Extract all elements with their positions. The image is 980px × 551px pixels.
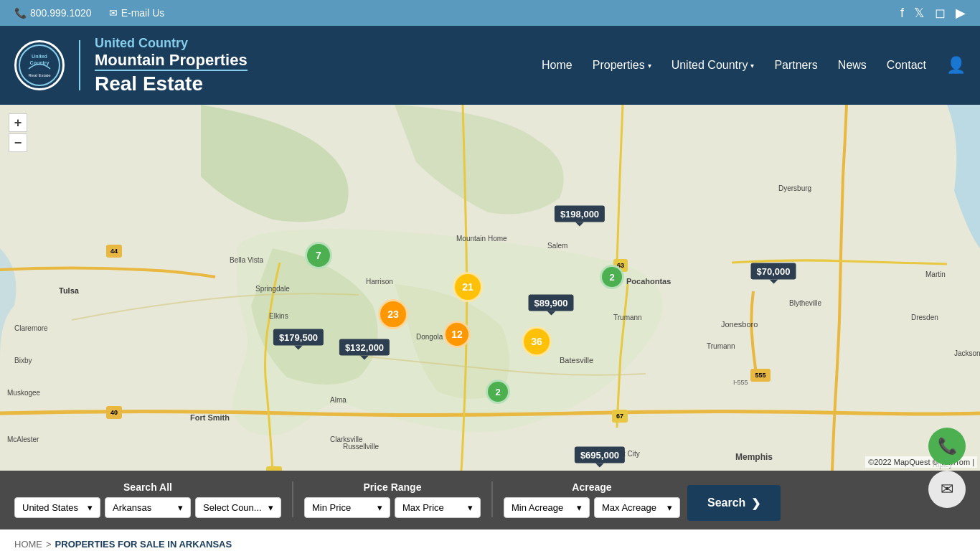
svg-text:Bixby: Bixby	[14, 357, 32, 364]
nav-properties[interactable]: Properties ▾	[593, 59, 651, 72]
float-phone-button[interactable]: 📞	[928, 428, 966, 465]
logo-text: United Country Mountain Properties Real …	[95, 36, 248, 95]
svg-text:Elkins: Elkins	[269, 312, 288, 320]
svg-text:Springdale: Springdale	[255, 285, 290, 293]
svg-text:Bella Vista: Bella Vista	[230, 256, 264, 264]
svg-text:Russellville: Russellville	[343, 443, 379, 451]
county-select-arrow: ▾	[268, 502, 273, 513]
nav-partners[interactable]: Partners	[774, 59, 817, 72]
logo-united-country: United Country	[95, 36, 248, 51]
properties-dropdown-arrow: ▾	[648, 62, 651, 70]
main-nav: Home Properties ▾ United Country ▾ Partn…	[542, 56, 966, 75]
acreage-label: Acreage	[572, 481, 611, 493]
price-range-selects: Min Price ▾ Max Price ▾	[304, 497, 481, 518]
map-marker[interactable]: 36	[522, 326, 552, 357]
svg-point-0	[19, 45, 60, 85]
state-select-arrow: ▾	[178, 502, 183, 513]
twitter-icon[interactable]: 𝕏	[914, 5, 925, 21]
map-controls[interactable]: + −	[9, 113, 27, 152]
map-marker[interactable]: $198,000	[555, 206, 605, 222]
max-acreage-select[interactable]: Max Acreage ▾	[594, 497, 680, 518]
map-marker[interactable]: 2	[486, 380, 510, 404]
svg-text:71: 71	[270, 469, 278, 471]
divider-2	[491, 481, 493, 517]
email-label: E-mail Us	[121, 7, 165, 19]
united-country-dropdown-arrow: ▾	[750, 62, 754, 70]
svg-text:Fort Smith: Fort Smith	[190, 413, 230, 422]
float-email-button[interactable]: ✉	[928, 471, 966, 508]
search-all-label: Search All	[123, 481, 172, 493]
map-marker[interactable]: $695,000	[575, 447, 625, 463]
svg-text:Dresden: Dresden	[911, 314, 938, 321]
acreage-section: Acreage Min Acreage ▾ Max Acreage ▾	[504, 481, 680, 518]
country-select-arrow: ▾	[88, 502, 93, 513]
breadcrumb-home[interactable]: HOME	[14, 539, 42, 550]
map-marker[interactable]: $179,500	[273, 329, 324, 346]
youtube-icon[interactable]: ▶	[956, 5, 966, 21]
search-button-arrow: ❯	[751, 496, 760, 510]
map-marker[interactable]: 7	[305, 242, 332, 269]
map-marker[interactable]: $70,000	[751, 263, 796, 280]
nav-contact[interactable]: Contact	[887, 59, 926, 72]
map-marker[interactable]: 21	[453, 272, 483, 302]
map-marker[interactable]: 23	[378, 299, 408, 329]
svg-text:Jonesboro: Jonesboro	[721, 320, 758, 329]
min-price-arrow: ▾	[377, 502, 382, 513]
max-price-select[interactable]: Max Price ▾	[395, 497, 481, 518]
min-acreage-select[interactable]: Min Acreage ▾	[504, 497, 590, 518]
min-price-select[interactable]: Min Price ▾	[304, 497, 390, 518]
facebook-icon[interactable]: f	[900, 6, 904, 21]
price-range-section: Price Range Min Price ▾ Max Price ▾	[304, 481, 481, 518]
svg-text:67: 67	[616, 413, 623, 420]
svg-text:Claremore: Claremore	[14, 324, 48, 332]
logo-real-estate: Real Estate	[95, 70, 248, 95]
svg-text:I-555: I-555	[733, 379, 748, 386]
svg-text:Jackson: Jackson	[954, 349, 980, 357]
max-acreage-arrow: ▾	[667, 502, 672, 513]
nav-united-country[interactable]: United Country ▾	[672, 59, 755, 72]
floating-buttons: 📞 ✉	[928, 428, 966, 508]
email-link[interactable]: ✉ E-mail Us	[109, 7, 165, 19]
svg-text:Pocahontas: Pocahontas	[626, 277, 671, 286]
breadcrumb: HOME > PROPERTIES FOR SALE IN ARKANSAS	[0, 529, 980, 551]
nav-home[interactable]: Home	[542, 59, 573, 72]
search-bar: Search All United States ▾ Arkansas ▾ Se…	[0, 471, 980, 529]
max-price-arrow: ▾	[468, 502, 473, 513]
svg-text:Memphis: Memphis	[735, 452, 773, 462]
map-container: 44 40 270 270 271 71 67 555 22 63 Tulsa …	[0, 105, 980, 471]
svg-text:Dyersburg: Dyersburg	[778, 184, 811, 192]
divider-1	[292, 481, 293, 517]
svg-text:McAlester: McAlester	[7, 435, 39, 443]
user-icon[interactable]: 👤	[946, 56, 966, 75]
logo-divider	[79, 40, 80, 90]
country-select[interactable]: United States ▾	[14, 497, 100, 518]
acreage-selects: Min Acreage ▾ Max Acreage ▾	[504, 497, 680, 518]
svg-text:Trumann: Trumann	[707, 342, 735, 350]
logo-mountain-props: Mountain Properties	[95, 51, 248, 70]
state-select[interactable]: Arkansas ▾	[105, 497, 191, 518]
map-marker[interactable]: $132,000	[339, 339, 390, 356]
svg-text:Real Estate: Real Estate	[28, 73, 51, 77]
header: United Country Real Estate United Countr…	[0, 26, 980, 105]
svg-text:40: 40	[110, 409, 118, 416]
map-marker[interactable]: 2	[600, 265, 624, 289]
nav-news[interactable]: News	[838, 59, 867, 72]
zoom-out-button[interactable]: −	[9, 133, 27, 152]
instagram-icon[interactable]: ◻	[935, 5, 946, 21]
top-bar-contacts: 📞 800.999.1020 ✉ E-mail Us	[14, 7, 164, 19]
svg-text:ARKANSAS: ARKANSAS	[459, 468, 516, 471]
map-marker[interactable]: 12	[443, 321, 471, 348]
svg-text:Alma: Alma	[330, 396, 347, 404]
svg-text:Harrison: Harrison	[366, 278, 393, 286]
breadcrumb-separator: >	[46, 539, 52, 550]
svg-text:Trumann: Trumann	[613, 314, 642, 321]
phone-link[interactable]: 📞 800.999.1020	[14, 7, 92, 19]
phone-icon: 📞	[14, 7, 27, 19]
phone-number: 800.999.1020	[30, 7, 92, 19]
county-select[interactable]: Select Coun... ▾	[195, 497, 281, 518]
svg-text:Martin: Martin	[925, 270, 946, 278]
map-marker[interactable]: $89,900	[529, 295, 574, 311]
svg-text:Mountain Home: Mountain Home	[456, 235, 507, 242]
zoom-in-button[interactable]: +	[9, 113, 27, 132]
search-button[interactable]: Search ❯	[687, 485, 781, 521]
